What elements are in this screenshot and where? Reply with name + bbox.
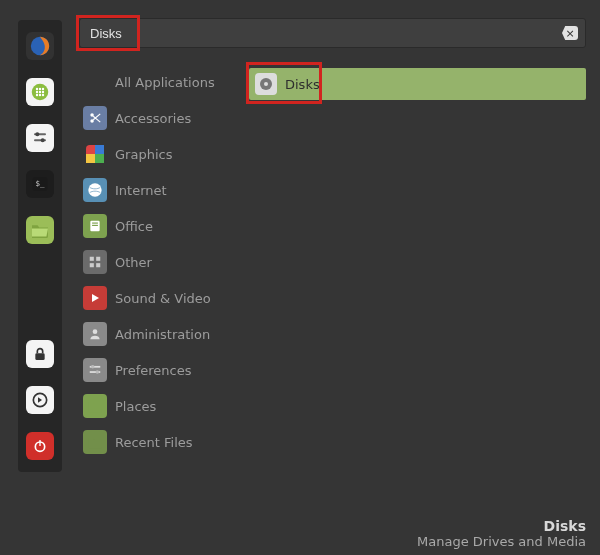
favorites-panel: $_ — [18, 20, 62, 472]
office-icon — [83, 214, 107, 238]
svg-point-41 — [264, 82, 268, 86]
category-label: Accessories — [115, 111, 191, 126]
admin-icon — [83, 322, 107, 346]
category-office[interactable]: Office — [79, 212, 249, 240]
svg-point-3 — [39, 88, 41, 90]
globe-icon — [83, 178, 107, 202]
result-item-disks[interactable]: Disks — [249, 68, 586, 100]
category-label: Preferences — [115, 363, 191, 378]
logout-icon — [32, 392, 48, 408]
svg-text:$_: $_ — [36, 179, 46, 188]
svg-point-6 — [39, 91, 41, 93]
tooltip-subtitle: Manage Drives and Media — [417, 534, 586, 549]
favorite-firefox[interactable] — [26, 32, 54, 60]
scissors-icon — [83, 106, 107, 130]
category-administration[interactable]: Administration — [79, 320, 249, 348]
category-label: Graphics — [115, 147, 172, 162]
svg-rect-33 — [90, 263, 94, 267]
svg-rect-34 — [96, 263, 100, 267]
category-preferences[interactable]: Preferences — [79, 356, 249, 384]
favorite-power[interactable] — [26, 432, 54, 460]
category-sound-video[interactable]: Sound & Video — [79, 284, 249, 312]
svg-point-39 — [96, 370, 100, 374]
svg-point-2 — [36, 88, 38, 90]
folder-icon — [83, 394, 107, 418]
play-icon — [83, 286, 107, 310]
svg-point-13 — [35, 132, 39, 136]
category-recent-files[interactable]: Recent Files — [79, 428, 249, 456]
favorite-terminal[interactable]: $_ — [26, 170, 54, 198]
svg-rect-25 — [86, 154, 95, 163]
favorite-lock[interactable] — [26, 340, 54, 368]
palette-icon — [83, 142, 107, 166]
category-label: Sound & Video — [115, 291, 211, 306]
app-tooltip: Disks Manage Drives and Media — [417, 518, 586, 549]
terminal-icon: $_ — [31, 175, 49, 193]
svg-point-7 — [42, 91, 44, 93]
svg-rect-31 — [90, 257, 94, 261]
results-list: Disks — [249, 68, 586, 456]
category-label: Recent Files — [115, 435, 193, 450]
svg-point-38 — [91, 365, 95, 369]
svg-point-9 — [39, 94, 41, 96]
result-item-label: Disks — [285, 77, 320, 92]
apps-icon — [31, 83, 49, 101]
category-label: All Applications — [115, 75, 215, 90]
category-label: Office — [115, 219, 153, 234]
prefs-icon — [83, 358, 107, 382]
svg-rect-20 — [39, 440, 40, 446]
category-accessories[interactable]: Accessories — [79, 104, 249, 132]
category-other[interactable]: Other — [79, 248, 249, 276]
files-icon — [30, 222, 50, 238]
svg-point-10 — [42, 94, 44, 96]
svg-point-5 — [36, 91, 38, 93]
tooltip-title: Disks — [417, 518, 586, 534]
settings-icon — [32, 130, 48, 146]
clear-search-icon[interactable]: × — [562, 26, 578, 40]
svg-rect-26 — [95, 154, 104, 163]
svg-rect-24 — [95, 145, 104, 154]
favorite-apps[interactable] — [26, 78, 54, 106]
svg-rect-30 — [92, 225, 98, 226]
category-internet[interactable]: Internet — [79, 176, 249, 204]
lock-icon — [32, 346, 48, 362]
svg-point-27 — [88, 183, 101, 196]
favorite-logout[interactable] — [26, 386, 54, 414]
folder-icon — [83, 430, 107, 454]
power-icon — [32, 438, 48, 454]
svg-point-8 — [36, 94, 38, 96]
firefox-icon — [29, 35, 51, 57]
category-graphics[interactable]: Graphics — [79, 140, 249, 168]
category-label: Places — [115, 399, 156, 414]
favorite-settings[interactable] — [26, 124, 54, 152]
category-label: Other — [115, 255, 152, 270]
svg-point-35 — [93, 329, 98, 334]
category-all[interactable]: All Applications — [79, 68, 249, 96]
svg-point-4 — [42, 88, 44, 90]
category-label: Internet — [115, 183, 167, 198]
category-label: Administration — [115, 327, 210, 342]
svg-rect-17 — [35, 353, 44, 360]
disk-icon — [255, 73, 277, 95]
blank-icon — [83, 70, 107, 94]
favorite-files[interactable] — [26, 216, 54, 244]
svg-rect-32 — [96, 257, 100, 261]
svg-point-14 — [41, 138, 45, 142]
svg-rect-29 — [92, 223, 98, 224]
categories-list: All ApplicationsAccessoriesGraphicsInter… — [79, 68, 249, 456]
category-places[interactable]: Places — [79, 392, 249, 420]
search-input[interactable] — [79, 18, 586, 48]
grid-icon — [83, 250, 107, 274]
